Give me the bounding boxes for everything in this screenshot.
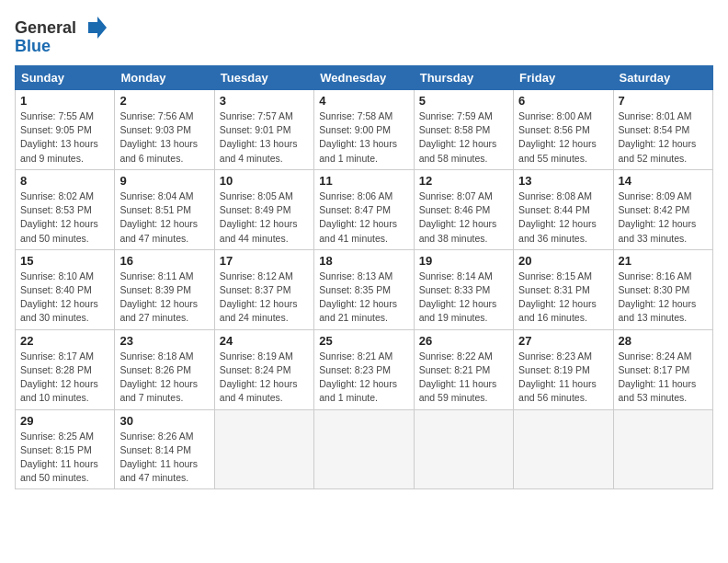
day-number: 24 [220,334,309,348]
day-number: 4 [319,94,408,108]
day-info: Sunrise: 8:22 AMSunset: 8:21 PMDaylight:… [419,350,508,406]
calendar-week-row: 15Sunrise: 8:10 AMSunset: 8:40 PMDayligh… [16,249,713,329]
calendar-week-row: 8Sunrise: 8:02 AMSunset: 8:53 PMDaylight… [16,169,713,249]
day-number: 16 [119,254,209,268]
calendar-cell [514,409,613,489]
calendar-cell: 17Sunrise: 8:12 AMSunset: 8:37 PMDayligh… [214,249,313,329]
day-number: 22 [20,334,109,348]
day-number: 27 [518,334,608,348]
calendar-cell: 28Sunrise: 8:24 AMSunset: 8:17 PMDayligh… [613,329,712,409]
day-info: Sunrise: 8:10 AMSunset: 8:40 PMDaylight:… [20,270,109,326]
day-info: Sunrise: 8:24 AMSunset: 8:17 PMDaylight:… [619,350,708,406]
day-number: 5 [419,94,508,108]
calendar-cell: 21Sunrise: 8:16 AMSunset: 8:30 PMDayligh… [613,249,712,329]
svg-marker-2 [88,17,107,39]
col-header-thursday: Thursday [414,66,513,90]
calendar-week-row: 22Sunrise: 8:17 AMSunset: 8:28 PMDayligh… [16,329,713,409]
day-info: Sunrise: 8:04 AMSunset: 8:51 PMDaylight:… [119,190,209,246]
calendar-cell: 27Sunrise: 8:23 AMSunset: 8:19 PMDayligh… [514,329,613,409]
calendar-cell: 4Sunrise: 7:58 AMSunset: 9:00 PMDaylight… [314,90,414,170]
calendar-cell: 23Sunrise: 8:18 AMSunset: 8:26 PMDayligh… [115,329,214,409]
calendar-cell [613,409,712,489]
calendar-cell: 20Sunrise: 8:15 AMSunset: 8:31 PMDayligh… [514,249,613,329]
calendar-cell: 6Sunrise: 8:00 AMSunset: 8:56 PMDaylight… [514,90,613,170]
col-header-wednesday: Wednesday [314,66,414,90]
day-number: 26 [419,334,508,348]
day-number: 3 [220,94,309,108]
calendar-cell: 1Sunrise: 7:55 AMSunset: 9:05 PMDaylight… [16,90,115,170]
day-number: 1 [20,94,109,108]
day-number: 20 [518,254,608,268]
day-number: 13 [518,174,608,188]
calendar-cell: 29Sunrise: 8:25 AMSunset: 8:15 PMDayligh… [16,409,115,489]
calendar-cell: 10Sunrise: 8:05 AMSunset: 8:49 PMDayligh… [214,169,313,249]
day-info: Sunrise: 8:15 AMSunset: 8:31 PMDaylight:… [518,270,608,326]
col-header-friday: Friday [514,66,613,90]
day-number: 9 [119,174,209,188]
calendar-cell: 15Sunrise: 8:10 AMSunset: 8:40 PMDayligh… [16,249,115,329]
day-info: Sunrise: 8:00 AMSunset: 8:56 PMDaylight:… [518,109,608,166]
calendar-cell: 19Sunrise: 8:14 AMSunset: 8:33 PMDayligh… [414,249,513,329]
day-number: 15 [20,254,109,268]
calendar-cell: 25Sunrise: 8:21 AMSunset: 8:23 PMDayligh… [314,329,414,409]
calendar-cell: 22Sunrise: 8:17 AMSunset: 8:28 PMDayligh… [16,329,115,409]
day-number: 30 [119,414,209,428]
calendar-cell: 5Sunrise: 7:59 AMSunset: 8:58 PMDaylight… [414,90,513,170]
col-header-monday: Monday [115,66,214,90]
day-number: 28 [619,334,708,348]
logo-svg: General Blue [15,15,107,56]
day-info: Sunrise: 8:14 AMSunset: 8:33 PMDaylight:… [419,270,508,326]
day-number: 25 [319,334,408,348]
col-header-sunday: Sunday [16,66,115,90]
svg-text:Blue: Blue [15,37,51,55]
logo: General Blue [15,15,107,56]
day-info: Sunrise: 8:26 AMSunset: 8:14 PMDaylight:… [119,430,209,486]
calendar-cell: 18Sunrise: 8:13 AMSunset: 8:35 PMDayligh… [314,249,414,329]
calendar-cell [414,409,513,489]
day-number: 17 [220,254,309,268]
calendar-cell: 12Sunrise: 8:07 AMSunset: 8:46 PMDayligh… [414,169,513,249]
day-number: 21 [619,254,708,268]
day-number: 29 [20,414,109,428]
day-info: Sunrise: 7:55 AMSunset: 9:05 PMDaylight:… [20,109,109,166]
day-info: Sunrise: 8:06 AMSunset: 8:47 PMDaylight:… [319,190,408,246]
calendar-cell: 11Sunrise: 8:06 AMSunset: 8:47 PMDayligh… [314,169,414,249]
day-info: Sunrise: 8:07 AMSunset: 8:46 PMDaylight:… [419,190,508,246]
calendar-cell [214,409,313,489]
calendar-cell: 13Sunrise: 8:08 AMSunset: 8:44 PMDayligh… [514,169,613,249]
calendar-header-row: SundayMondayTuesdayWednesdayThursdayFrid… [16,66,713,90]
day-number: 18 [319,254,408,268]
col-header-tuesday: Tuesday [214,66,313,90]
day-info: Sunrise: 8:02 AMSunset: 8:53 PMDaylight:… [20,190,109,246]
calendar-cell: 7Sunrise: 8:01 AMSunset: 8:54 PMDaylight… [613,90,712,170]
day-number: 12 [419,174,508,188]
day-info: Sunrise: 8:21 AMSunset: 8:23 PMDaylight:… [319,350,408,406]
day-number: 7 [619,94,708,108]
calendar-cell: 3Sunrise: 7:57 AMSunset: 9:01 PMDaylight… [214,90,313,170]
day-number: 2 [119,94,209,108]
day-info: Sunrise: 8:17 AMSunset: 8:28 PMDaylight:… [20,350,109,406]
calendar-cell: 14Sunrise: 8:09 AMSunset: 8:42 PMDayligh… [613,169,712,249]
day-number: 10 [220,174,309,188]
calendar-week-row: 1Sunrise: 7:55 AMSunset: 9:05 PMDaylight… [16,90,713,170]
day-number: 11 [319,174,408,188]
calendar-cell: 26Sunrise: 8:22 AMSunset: 8:21 PMDayligh… [414,329,513,409]
calendar-cell [314,409,414,489]
day-info: Sunrise: 7:58 AMSunset: 9:00 PMDaylight:… [319,109,408,166]
day-info: Sunrise: 8:13 AMSunset: 8:35 PMDaylight:… [319,270,408,326]
day-info: Sunrise: 8:08 AMSunset: 8:44 PMDaylight:… [518,190,608,246]
day-info: Sunrise: 8:09 AMSunset: 8:42 PMDaylight:… [619,190,708,246]
day-info: Sunrise: 8:12 AMSunset: 8:37 PMDaylight:… [220,270,309,326]
calendar-cell: 2Sunrise: 7:56 AMSunset: 9:03 PMDaylight… [115,90,214,170]
day-info: Sunrise: 8:23 AMSunset: 8:19 PMDaylight:… [518,350,608,406]
col-header-saturday: Saturday [613,66,712,90]
day-info: Sunrise: 8:05 AMSunset: 8:49 PMDaylight:… [220,190,309,246]
day-info: Sunrise: 8:25 AMSunset: 8:15 PMDaylight:… [20,430,109,486]
calendar-cell: 16Sunrise: 8:11 AMSunset: 8:39 PMDayligh… [115,249,214,329]
day-number: 8 [20,174,109,188]
svg-text:General: General [15,18,76,37]
day-info: Sunrise: 8:11 AMSunset: 8:39 PMDaylight:… [119,270,209,326]
calendar-cell: 24Sunrise: 8:19 AMSunset: 8:24 PMDayligh… [214,329,313,409]
day-info: Sunrise: 8:16 AMSunset: 8:30 PMDaylight:… [619,270,708,326]
calendar-cell: 30Sunrise: 8:26 AMSunset: 8:14 PMDayligh… [115,409,214,489]
